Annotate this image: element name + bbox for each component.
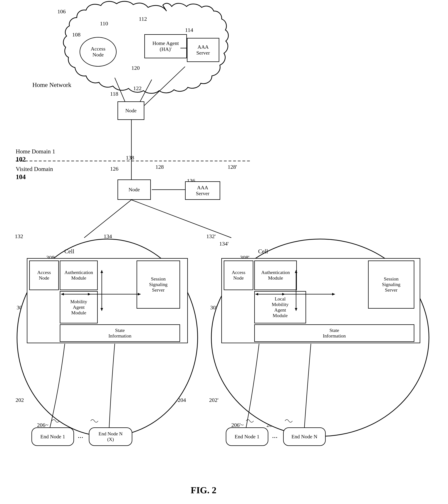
ref-128: 128 [155,164,164,170]
ref-106: 106 [57,8,66,15]
ref-206: 206~ [37,422,48,428]
state-info-right: StateInformation [254,324,414,342]
dots-right: ... [272,431,278,440]
left-inner-box: AccessNode AuthenticationModule SessionS… [27,258,188,343]
ref-138: 138 [126,155,134,161]
state-info-left: StateInformation [60,324,180,342]
ref-108: 108 [72,32,80,38]
end-node-1-left: End Node 1 [32,427,74,446]
aaa-server-home: AAAServer [187,38,219,62]
node-116: Node [118,101,144,120]
ref-122: 122 [133,85,142,91]
home-agent-box: Home Agent(HA)' [144,34,187,58]
session-signaling-left: SessionSignalingServer [137,261,180,309]
end-node-n-left: End Node N(X) [89,427,132,446]
svg-line-3 [131,200,231,238]
fig-label: FIG. 2 [166,485,241,495]
svg-line-17 [139,80,152,104]
access-node-cloud: AccessNode [80,37,117,67]
ref-110: 110 [100,20,108,27]
ref-114: 114 [185,27,193,33]
session-signaling-right: SessionSignalingServer [368,261,414,309]
ref-134p: 134' [219,240,229,247]
svg-line-2 [84,200,131,238]
right-inner-box: AccessNode AuthenticationModule SessionS… [221,258,420,343]
ref-118: 118 [110,91,118,97]
ref-112: 112 [139,16,147,22]
home-network-label: Home Network [32,81,72,89]
svg-line-18 [144,67,185,106]
visited-domain-label: Visited Domain [16,166,53,172]
home-domain-num: 102 [16,155,26,163]
ref-202p: 202' [209,397,218,403]
access-node-left: AccessNode [29,261,59,290]
local-mobility-right: LocalMobilityAgentModule [254,291,306,324]
ref-206p: 206'~ [231,422,244,428]
cell-label-left: Cell [64,248,74,255]
node-126: Node [118,180,151,200]
end-node-n-right: End Node N [283,427,326,446]
auth-module-left: AuthenticationModule [60,261,98,290]
auth-module-right: AuthenticationModule [254,261,297,290]
cell-label-right: Cell [258,248,268,255]
ref-128p: 128' [228,164,237,170]
visited-domain-num: 104 [16,173,26,181]
ref-134: 134 [104,233,112,239]
ref-132: 132 [15,233,23,239]
home-domain-label: Home Domain 1 [16,148,55,155]
ref-202: 202 [16,397,24,403]
aaa-server-visited: AAAServer [185,181,220,200]
diagram: 106 108 110 112 114 116 118 120 122 126 … [0,0,448,504]
access-node-right: AccessNode [224,261,253,290]
end-node-1-right: End Node 1 [226,427,268,446]
ref-126: 126 [110,166,118,172]
dots-left: ... [78,431,83,440]
mobility-agent-left: MobilityAgentModule [60,291,98,324]
ref-120: 120 [131,65,140,71]
ref-132p: 132' [206,233,215,239]
